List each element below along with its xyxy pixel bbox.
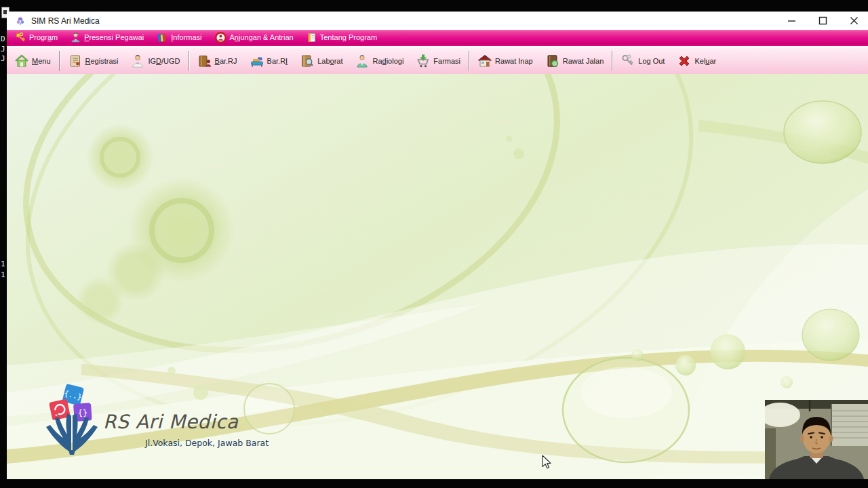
home-icon: [14, 54, 29, 68]
toolbar-rawat-inap-button[interactable]: Rawat Inap: [471, 49, 539, 73]
toolbar-separator: [59, 51, 60, 71]
close-icon: [850, 16, 859, 25]
toolbar-bar-rj-button[interactable]: Bar.RJ: [191, 49, 243, 73]
hands-holding-cubes-logo: {..} {}: [41, 382, 103, 455]
toolbar-radiologi-button[interactable]: Radiologi: [349, 49, 410, 73]
radiology-staff-icon: [355, 54, 370, 68]
red-roof-house-icon: [477, 54, 492, 68]
clipped-desktop-text: 1: [1, 260, 5, 268]
doctor-icon: [130, 54, 145, 68]
titlebar: SIM RS Ari Medica: [7, 12, 868, 30]
toolbar-registrasi-button[interactable]: Registrasi: [62, 49, 125, 73]
inpatient-bed-icon: [250, 54, 264, 68]
toolbar-igd-ugd-button[interactable]: IGD/UGD: [124, 49, 186, 73]
book-person-icon: [197, 54, 212, 68]
minimize-button[interactable]: [784, 14, 799, 28]
top-letterbox: [0, 0, 868, 12]
clipped-desktop-text: J: [1, 45, 5, 53]
bottom-letterbox: [0, 479, 868, 488]
toolbar-log-out-button[interactable]: Log Out: [614, 49, 671, 73]
toolbar-keluar-button[interactable]: Keluar: [671, 49, 722, 73]
flower-app-icon: [15, 16, 26, 26]
gold-keys-icon: [15, 32, 26, 43]
registration-book-icon: [68, 54, 83, 68]
menu-anjungan-antrian[interactable]: Anjungan & Antrian: [211, 30, 302, 45]
toolbar-laborat-button[interactable]: Laborat: [294, 49, 349, 73]
menu-informasi[interactable]: Informasi: [153, 30, 210, 45]
mouse-cursor: [542, 455, 552, 469]
toolbar-bar-ri-button[interactable]: Bar.RI: [243, 49, 294, 73]
main-content-area: {..} {}: [7, 74, 868, 479]
info-books-icon: [157, 32, 167, 43]
employee-icon: [71, 32, 81, 43]
toolbar-separator: [612, 51, 612, 71]
left-letterbox: D J J 1 1: [0, 0, 7, 488]
screen: D J J 1 1 SIM RS Ari Medica: [0, 0, 868, 488]
menu-program[interactable]: Program: [11, 30, 66, 45]
svg-text:{}: {}: [77, 408, 87, 418]
menu-tentang-program[interactable]: Tentang Program: [302, 30, 386, 45]
hospital-name: RS Ari Medica: [103, 411, 238, 433]
menubar: Program Presensi Pegawai Informa: [7, 30, 868, 46]
toolbar-separator: [469, 51, 469, 71]
red-x-icon: [677, 54, 692, 68]
toolbar-rawat-jalan-button[interactable]: @ Rawat Jalan: [539, 49, 610, 73]
journal-at-icon: @: [545, 54, 560, 68]
clipped-desktop-text: J: [1, 55, 5, 62]
menu-presensi-pegawai[interactable]: Presensi Pegawai: [66, 30, 153, 45]
toolbar-menu-button[interactable]: Menu: [8, 49, 57, 73]
webcam-video: [765, 400, 868, 479]
pharmacy-cart-icon: [416, 54, 431, 68]
webcam-overlay: [765, 400, 868, 479]
window-title: SIM RS Ari Medica: [31, 16, 100, 26]
toolbar-separator: [189, 51, 189, 71]
clipboard-icon: [307, 32, 317, 43]
hospital-address: Jl.Vokasi, Depok, Jawab Barat: [145, 438, 269, 448]
app-window: SIM RS Ari Medica: [7, 12, 868, 479]
toolbar-farmasi-button[interactable]: Farmasi: [410, 49, 467, 73]
minimize-icon: [787, 16, 796, 25]
maximize-button[interactable]: [815, 14, 830, 28]
svg-text:@: @: [552, 60, 557, 66]
toolbar: Menu Registrasi: [7, 47, 868, 74]
maximize-icon: [818, 16, 827, 25]
clipped-desktop-text: 1: [1, 271, 5, 279]
branding: {..} {}: [35, 382, 320, 470]
close-button[interactable]: [846, 14, 861, 28]
lab-book-magnifier-icon: [300, 54, 315, 68]
queue-badge-icon: [215, 32, 226, 43]
gray-keys-icon: [620, 54, 635, 68]
clipped-desktop-text: D: [1, 35, 5, 43]
